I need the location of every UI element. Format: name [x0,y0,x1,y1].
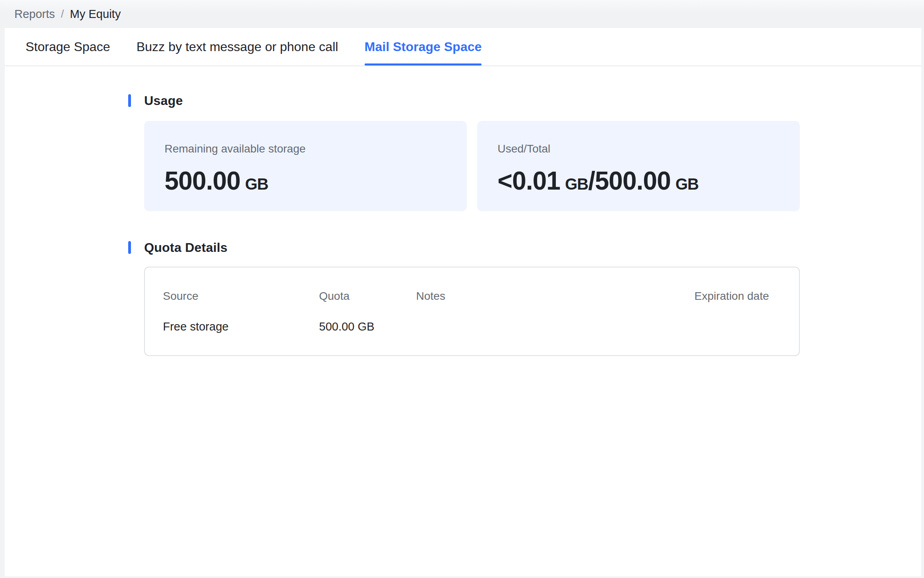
tab-buzz-by-text-message-or-phone-call[interactable]: Buzz by text message or phone call [137,28,338,65]
breadcrumb-separator: / [61,8,64,20]
main-panel: Storage SpaceBuzz by text message or pho… [5,28,921,576]
quota-section-title: Quota Details [144,240,228,255]
tab-bar: Storage SpaceBuzz by text message or pho… [5,28,921,66]
remaining-storage-card: Remaining available storage 500.00GB [144,121,467,211]
value-part: /500.00 [588,166,671,196]
used-total-value: <0.01GB/500.00GB [498,166,784,196]
tab-mail-storage-space[interactable]: Mail Storage Space [365,28,482,65]
usage-section: Usage Remaining available storage 500.00… [144,66,800,211]
page-content: Usage Remaining available storage 500.00… [5,66,921,356]
column-header-notes: Notes [416,288,694,304]
column-header-source: Source [163,288,319,304]
quota-table-header-row: Source Quota Notes Expiration date [163,288,783,304]
column-header-quota: Quota [319,288,416,304]
usage-section-title: Usage [144,93,183,108]
table-cell: Free storage [163,319,319,335]
section-accent-bar [128,94,131,107]
value-part: GB [565,175,588,193]
value-part: <0.01 [498,166,560,196]
breadcrumb-link-reports[interactable]: Reports [14,8,55,21]
quota-table: Source Quota Notes Expiration date Free … [144,267,800,356]
usage-cards: Remaining available storage 500.00GB Use… [144,121,800,211]
quota-section: Quota Details Source Quota Notes Expirat… [144,211,800,356]
used-total-card: Used/Total <0.01GB/500.00GB [477,121,800,211]
breadcrumb: Reports / My Equity [0,0,924,28]
section-accent-bar [128,241,131,254]
remaining-storage-label: Remaining available storage [165,142,451,156]
breadcrumb-current-page: My Equity [70,8,121,21]
quota-section-header: Quota Details [128,240,800,255]
used-total-label: Used/Total [498,142,784,156]
value-part: GB [675,175,698,193]
value-part: 500.00 [165,166,240,196]
column-header-expiration-date: Expiration date [694,288,783,304]
value-part: GB [245,175,268,193]
tab-storage-space[interactable]: Storage Space [26,28,110,65]
table-cell: 500.00 GB [319,319,416,335]
usage-section-header: Usage [128,93,800,108]
quota-table-body: Free storage500.00 GB [163,319,783,335]
table-row: Free storage500.00 GB [163,319,783,335]
remaining-storage-value: 500.00GB [165,166,451,196]
